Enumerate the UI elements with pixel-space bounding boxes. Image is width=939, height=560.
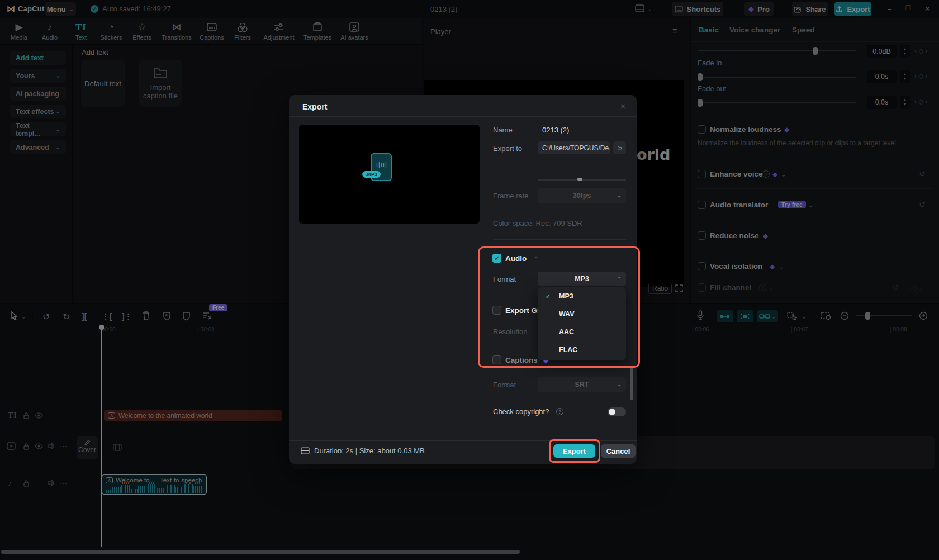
browse-folder-button[interactable] [613, 141, 626, 154]
disabled-slider-handle [577, 178, 582, 181]
dialog-close-icon[interactable]: ✕ [620, 102, 626, 111]
export-info: Duration: 2s | Size: about 0.03 MB [301, 447, 425, 455]
mp3-badge: .MP3 [362, 171, 381, 178]
frame-rate-select: 30fps ⌄ [538, 188, 626, 203]
help-icon[interactable]: ? [556, 408, 563, 415]
export-to-field[interactable]: C:/Users/TOPGUS/De... [538, 141, 610, 154]
folder-icon [618, 145, 622, 151]
capcut-app: ⋈ CapCut Menu⌄ ✓ Auto saved: 16:49:27 02… [0, 0, 939, 560]
audio-section-annotation [478, 246, 640, 368]
export-to-label: Export to [493, 144, 522, 153]
name-label: Name [493, 126, 513, 134]
dialog-title: Export [302, 102, 327, 111]
captions-format-select: SRT ⌄ [538, 377, 626, 392]
check-copyright-label: Check copyright? [493, 407, 549, 416]
color-space-label: Color space: Rec. 709 SDR [493, 219, 582, 227]
captions-format-label: Format [493, 381, 516, 389]
film-icon [301, 447, 310, 454]
frame-rate-label: Frame rate [493, 192, 529, 200]
divider [493, 170, 626, 170]
export-button-annotation [549, 439, 600, 463]
check-copyright-toggle[interactable] [608, 407, 626, 416]
divider [493, 239, 626, 240]
cancel-button[interactable]: Cancel [601, 444, 636, 458]
name-value[interactable]: 0213 (2) [542, 126, 569, 134]
dialog-scrollbar[interactable] [630, 367, 633, 400]
divider [493, 398, 626, 398]
export-preview: ı|ıı| .MP3 [299, 125, 480, 224]
divider [289, 116, 637, 117]
